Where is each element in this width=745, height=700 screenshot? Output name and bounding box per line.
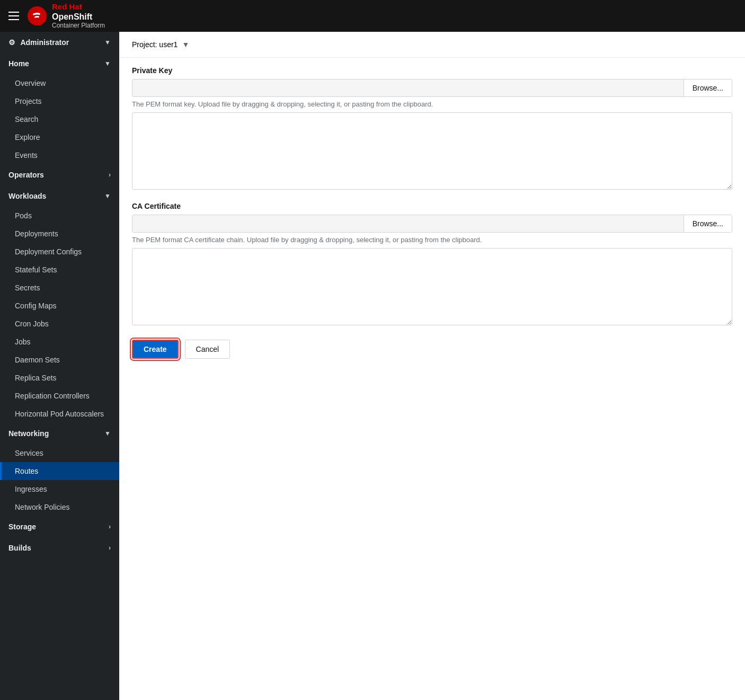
hamburger-menu-icon[interactable] bbox=[8, 12, 19, 20]
operators-section-header[interactable]: Operators › bbox=[0, 164, 119, 185]
form-area: Private Key Browse... The PEM format key… bbox=[119, 58, 745, 380]
sidebar-item-ingresses[interactable]: Ingresses bbox=[0, 480, 119, 498]
networking-section: Networking ▼ Services Routes Ingresses N… bbox=[0, 423, 119, 516]
private-key-section: Private Key Browse... The PEM format key… bbox=[132, 66, 732, 191]
sidebar-item-horizontal-pod-autoscalers[interactable]: Horizontal Pod Autoscalers bbox=[0, 405, 119, 423]
sidebar-item-explore[interactable]: Explore bbox=[0, 128, 119, 146]
sidebar-item-secrets[interactable]: Secrets bbox=[0, 279, 119, 297]
ca-cert-file-input[interactable] bbox=[132, 215, 684, 232]
private-key-textarea[interactable] bbox=[132, 112, 732, 190]
operators-chevron-icon: › bbox=[109, 171, 111, 179]
operators-section: Operators › bbox=[0, 164, 119, 185]
ca-cert-browse-button[interactable]: Browse... bbox=[684, 215, 732, 232]
workloads-label: Workloads bbox=[8, 192, 46, 200]
storage-section-header[interactable]: Storage › bbox=[0, 516, 119, 537]
builds-section: Builds › bbox=[0, 537, 119, 559]
networking-chevron-icon: ▼ bbox=[104, 430, 111, 437]
platform-name: Container Platform bbox=[52, 22, 105, 29]
storage-chevron-icon: › bbox=[109, 523, 111, 530]
storage-label: Storage bbox=[8, 522, 36, 531]
home-chevron-icon: ▼ bbox=[104, 60, 111, 67]
form-actions: Create Cancel bbox=[132, 340, 732, 359]
sidebar-item-routes[interactable]: Routes bbox=[0, 462, 119, 480]
admin-label: ⚙ Home Administrator bbox=[8, 38, 69, 47]
sidebar-item-pods[interactable]: Pods bbox=[0, 207, 119, 225]
sidebar-item-overview[interactable]: Overview bbox=[0, 74, 119, 92]
sidebar-item-jobs[interactable]: Jobs bbox=[0, 333, 119, 351]
top-header: Red Hat OpenShift Container Platform bbox=[0, 0, 745, 32]
openshift-name: OpenShift bbox=[52, 12, 105, 22]
sidebar-item-daemon-sets[interactable]: Daemon Sets bbox=[0, 351, 119, 369]
home-section-header[interactable]: Home ▼ bbox=[0, 53, 119, 74]
sidebar-item-network-policies[interactable]: Network Policies bbox=[0, 498, 119, 516]
builds-chevron-icon: › bbox=[109, 544, 111, 552]
cancel-button[interactable]: Cancel bbox=[185, 340, 230, 359]
sidebar-item-deployment-configs[interactable]: Deployment Configs bbox=[0, 243, 119, 261]
sidebar-item-config-maps[interactable]: Config Maps bbox=[0, 297, 119, 315]
sidebar-item-replica-sets[interactable]: Replica Sets bbox=[0, 369, 119, 387]
openshift-label: Red Hat bbox=[52, 2, 105, 12]
ca-cert-help-text: The PEM format CA certificate chain. Upl… bbox=[132, 236, 732, 244]
sidebar-item-events[interactable]: Events bbox=[0, 146, 119, 164]
builds-label: Builds bbox=[8, 544, 31, 552]
create-button[interactable]: Create bbox=[132, 340, 179, 359]
private-key-file-input-row: Browse... bbox=[132, 79, 732, 97]
private-key-label: Private Key bbox=[132, 66, 732, 75]
main-content: Project: user1 ▼ Private Key Browse... T… bbox=[119, 32, 745, 700]
sidebar-item-cron-jobs[interactable]: Cron Jobs bbox=[0, 315, 119, 333]
brand: Red Hat OpenShift Container Platform bbox=[28, 2, 105, 30]
workloads-section-header[interactable]: Workloads ▼ bbox=[0, 185, 119, 207]
workloads-chevron-icon: ▼ bbox=[104, 192, 111, 200]
home-section: Home ▼ Overview Projects Search Explore … bbox=[0, 53, 119, 164]
redhat-logo bbox=[28, 6, 47, 25]
sidebar: ⚙ Home Administrator ▼ Home ▼ Overview P… bbox=[0, 32, 119, 700]
workloads-section: Workloads ▼ Pods Deployments Deployment … bbox=[0, 185, 119, 423]
ca-cert-label: CA Certificate bbox=[132, 202, 732, 210]
sidebar-item-services[interactable]: Services bbox=[0, 444, 119, 462]
brand-text: Red Hat OpenShift Container Platform bbox=[52, 2, 105, 30]
project-header: Project: user1 ▼ bbox=[119, 32, 745, 58]
private-key-browse-button[interactable]: Browse... bbox=[684, 79, 732, 96]
private-key-file-input[interactable] bbox=[132, 79, 684, 96]
sidebar-item-projects[interactable]: Projects bbox=[0, 92, 119, 110]
project-label: Project: user1 bbox=[132, 40, 178, 49]
sidebar-item-stateful-sets[interactable]: Stateful Sets bbox=[0, 261, 119, 279]
ca-cert-textarea[interactable] bbox=[132, 248, 732, 325]
networking-section-header[interactable]: Networking ▼ bbox=[0, 423, 119, 444]
storage-section: Storage › bbox=[0, 516, 119, 537]
builds-section-header[interactable]: Builds › bbox=[0, 537, 119, 559]
private-key-help-text: The PEM format key. Upload file by dragg… bbox=[132, 100, 732, 108]
sidebar-admin-header[interactable]: ⚙ Home Administrator ▼ bbox=[0, 32, 119, 53]
sidebar-item-search[interactable]: Search bbox=[0, 110, 119, 128]
home-label: Home bbox=[8, 59, 29, 68]
project-dropdown-icon[interactable]: ▼ bbox=[182, 40, 189, 49]
operators-label: Operators bbox=[8, 171, 44, 179]
sidebar-item-replication-controllers[interactable]: Replication Controllers bbox=[0, 387, 119, 405]
sidebar-item-deployments[interactable]: Deployments bbox=[0, 225, 119, 243]
ca-cert-file-input-row: Browse... bbox=[132, 215, 732, 233]
networking-label: Networking bbox=[8, 429, 49, 438]
ca-cert-section: CA Certificate Browse... The PEM format … bbox=[132, 202, 732, 327]
admin-chevron-icon: ▼ bbox=[104, 39, 111, 46]
